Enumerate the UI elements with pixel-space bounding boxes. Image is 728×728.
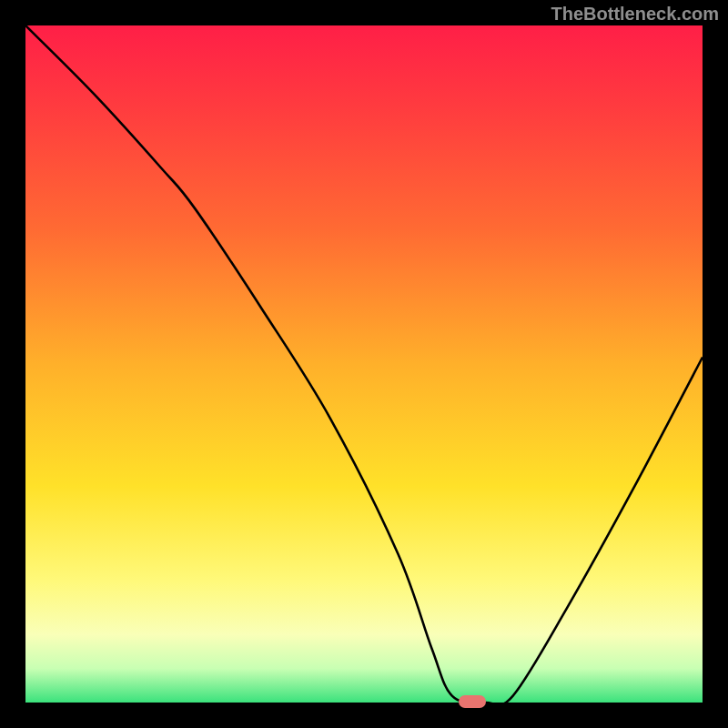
bottleneck-curve [25, 25, 703, 703]
watermark-text: TheBottleneck.com [551, 4, 719, 25]
chart-frame: TheBottleneck.com [0, 0, 728, 728]
plot-area [25, 25, 703, 703]
optimal-point-marker [459, 695, 486, 708]
curve-line [25, 25, 703, 703]
